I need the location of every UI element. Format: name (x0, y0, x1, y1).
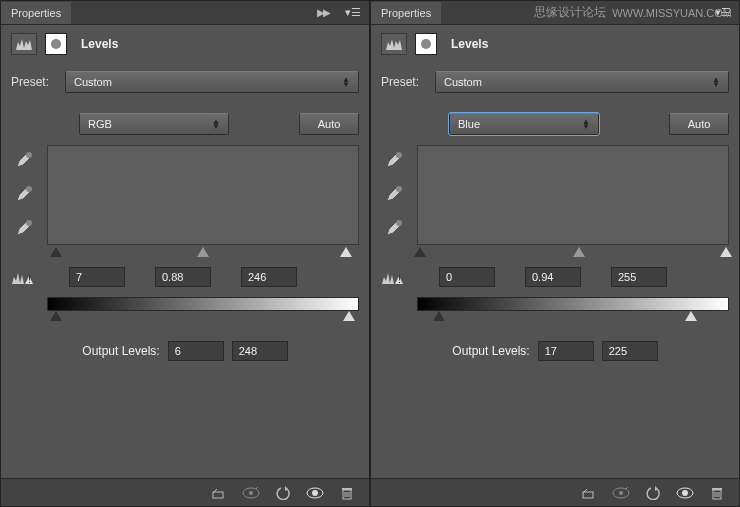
preset-value: Custom (444, 76, 482, 88)
channel-value: Blue (458, 118, 480, 130)
histogram[interactable] (47, 145, 359, 245)
svg-rect-10 (342, 488, 352, 490)
svg-point-20 (619, 491, 623, 495)
levels-adjustment-icon[interactable] (381, 33, 407, 55)
svg-rect-18 (583, 492, 593, 498)
channel-dropdown[interactable]: RGB ▲▼ (79, 113, 229, 135)
watermark-en: WWW.MISSYUAN.COM (612, 7, 732, 19)
preset-dropdown[interactable]: Custom ▲▼ (435, 71, 729, 93)
adjustment-title: Levels (81, 37, 118, 51)
output-slider-row[interactable] (1, 311, 369, 325)
black-point-slider[interactable] (50, 247, 62, 257)
view-previous-icon[interactable] (607, 482, 635, 504)
svg-rect-4 (213, 492, 223, 498)
output-slider-row[interactable] (371, 311, 739, 325)
panel-bottom-bar (371, 478, 739, 506)
delete-icon[interactable] (333, 482, 361, 504)
output-label: Output Levels: (452, 344, 529, 358)
input-black-field[interactable] (439, 267, 495, 287)
input-slider-row[interactable] (371, 247, 739, 261)
svg-point-16 (396, 220, 402, 226)
clip-warning-icon[interactable]: ! (11, 269, 39, 285)
clip-to-layer-icon[interactable] (205, 482, 233, 504)
reset-icon[interactable] (269, 482, 297, 504)
input-levels-row: ! (1, 261, 369, 293)
svg-point-22 (682, 490, 688, 496)
watermark: 思缘设计论坛 WWW.MISSYUAN.COM (534, 4, 732, 21)
output-black-field[interactable] (538, 341, 594, 361)
tab-properties[interactable]: Properties (1, 2, 71, 24)
midpoint-slider[interactable] (197, 247, 209, 257)
input-levels-row: ! (371, 261, 739, 293)
svg-text:!: ! (398, 273, 401, 285)
svg-point-15 (396, 186, 402, 192)
svg-point-2 (26, 220, 32, 226)
channel-dropdown[interactable]: Blue ▲▼ (449, 113, 599, 135)
midpoint-slider[interactable] (573, 247, 585, 257)
layer-mask-icon[interactable] (45, 33, 67, 55)
svg-point-8 (312, 490, 318, 496)
eyedropper-white-icon[interactable] (11, 215, 37, 241)
preset-value: Custom (74, 76, 112, 88)
watermark-zh: 思缘设计论坛 (534, 4, 606, 21)
channel-value: RGB (88, 118, 112, 130)
auto-button[interactable]: Auto (669, 113, 729, 135)
preset-row: Preset: Custom ▲▼ (1, 65, 369, 99)
preset-dropdown[interactable]: Custom ▲▼ (65, 71, 359, 93)
eyedropper-gray-icon[interactable] (11, 181, 37, 207)
output-black-field[interactable] (168, 341, 224, 361)
eyedropper-white-icon[interactable] (381, 215, 407, 241)
white-point-slider[interactable] (720, 247, 732, 257)
adjustment-title: Levels (451, 37, 488, 51)
dropdown-arrows-icon: ▲▼ (582, 119, 590, 129)
panel-menu-icon[interactable]: ▾☰ (337, 6, 369, 19)
histogram[interactable] (417, 145, 729, 245)
levels-adjustment-icon[interactable] (11, 33, 37, 55)
output-levels-row: Output Levels: (1, 325, 369, 371)
delete-icon[interactable] (703, 482, 731, 504)
input-black-field[interactable] (69, 267, 125, 287)
adjustment-header: Levels (1, 25, 369, 63)
input-white-field[interactable] (611, 267, 667, 287)
eyedropper-group (11, 145, 41, 245)
preset-label: Preset: (11, 75, 57, 89)
svg-text:!: ! (28, 273, 31, 285)
adjustment-header: Levels (371, 25, 739, 63)
input-white-field[interactable] (241, 267, 297, 287)
properties-panel-right: Properties ▾☰ Levels Preset: Custom ▲▼ B… (370, 0, 740, 507)
white-point-slider[interactable] (340, 247, 352, 257)
reset-icon[interactable] (639, 482, 667, 504)
layer-mask-icon[interactable] (415, 33, 437, 55)
toggle-visibility-icon[interactable] (301, 482, 329, 504)
black-point-slider[interactable] (414, 247, 426, 257)
eyedropper-gray-icon[interactable] (381, 181, 407, 207)
output-white-field[interactable] (232, 341, 288, 361)
tab-properties[interactable]: Properties (371, 2, 441, 24)
eyedropper-group (381, 145, 411, 245)
clip-to-layer-icon[interactable] (575, 482, 603, 504)
output-white-slider[interactable] (343, 311, 355, 321)
output-gradient-row (371, 293, 739, 311)
toggle-visibility-icon[interactable] (671, 482, 699, 504)
svg-point-0 (26, 152, 32, 158)
output-white-slider[interactable] (685, 311, 697, 321)
eyedropper-black-icon[interactable] (381, 147, 407, 173)
view-previous-icon[interactable] (237, 482, 265, 504)
eyedropper-black-icon[interactable] (11, 147, 37, 173)
dropdown-arrows-icon: ▲▼ (712, 77, 720, 87)
input-slider-row[interactable] (1, 247, 369, 261)
output-gradient[interactable] (47, 297, 359, 311)
preset-row: Preset: Custom ▲▼ (371, 65, 739, 99)
output-white-field[interactable] (602, 341, 658, 361)
input-gamma-field[interactable] (155, 267, 211, 287)
output-label: Output Levels: (82, 344, 159, 358)
output-black-slider[interactable] (433, 311, 445, 321)
clip-warning-icon[interactable]: ! (381, 269, 409, 285)
histogram-area (1, 143, 369, 247)
collapse-icon[interactable]: ▶▶ (309, 7, 337, 18)
auto-button[interactable]: Auto (299, 113, 359, 135)
output-black-slider[interactable] (50, 311, 62, 321)
input-gamma-field[interactable] (525, 267, 581, 287)
svg-point-14 (396, 152, 402, 158)
output-gradient[interactable] (417, 297, 729, 311)
